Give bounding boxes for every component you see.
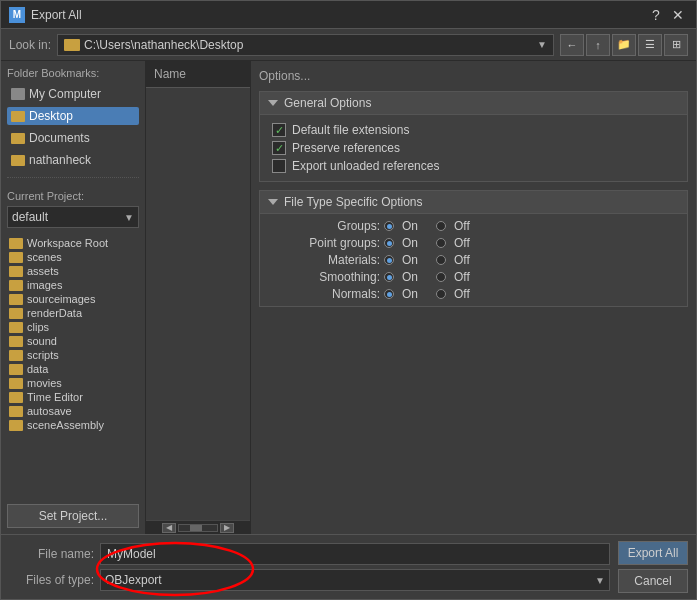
scroll-left-button[interactable]: ◀ <box>162 523 176 533</box>
general-options-label: General Options <box>284 96 371 110</box>
checkbox-row-export-unloaded: Export unloaded references <box>272 157 675 175</box>
bottom-bar: File name: Files of type: OBJexport ▼ Ex… <box>1 534 696 599</box>
window-controls: ? ✕ <box>646 5 688 25</box>
list-item[interactable]: sceneAssembly <box>7 418 139 432</box>
list-item[interactable]: renderData <box>7 306 139 320</box>
default-ext-checkbox[interactable]: ✓ <box>272 123 286 137</box>
checkbox-row-default-ext: ✓ Default file extensions <box>272 121 675 139</box>
scroll-track[interactable] <box>178 524 218 532</box>
materials-on-radio[interactable] <box>384 255 394 265</box>
files-of-type-arrow-icon: ▼ <box>595 575 605 586</box>
horizontal-scrollbar[interactable]: ◀ ▶ <box>146 520 250 534</box>
options-title: Options... <box>259 69 688 83</box>
file-name-label: File name: <box>9 547 94 561</box>
file-name-row: File name: <box>9 543 610 565</box>
project-folder-list: Workspace Root scenes assets images sour… <box>7 236 139 496</box>
folder-icon <box>9 322 23 333</box>
close-button[interactable]: ✕ <box>668 5 688 25</box>
groups-off-radio[interactable] <box>436 221 446 231</box>
bookmark-label-documents: Documents <box>29 131 90 145</box>
preserve-refs-label: Preserve references <box>292 141 400 155</box>
list-item[interactable]: autosave <box>7 404 139 418</box>
list-view-button[interactable]: ☰ <box>638 34 662 56</box>
folder-icon <box>9 406 23 417</box>
list-item[interactable]: scripts <box>7 348 139 362</box>
window-title: Export All <box>31 8 82 22</box>
scroll-right-button[interactable]: ▶ <box>220 523 234 533</box>
collapse-arrow-icon-2[interactable] <box>268 199 278 205</box>
normals-label: Normals: <box>270 287 380 301</box>
set-project-button[interactable]: Set Project... <box>7 504 139 528</box>
sound-folder-label: sound <box>27 335 57 347</box>
scroll-handle[interactable] <box>190 525 201 531</box>
file-name-input[interactable] <box>100 543 610 565</box>
look-in-path: C:\Users\nathanheck\Desktop <box>84 38 243 52</box>
right-panel: Options... General Options ✓ Default fil… <box>251 61 696 534</box>
help-button[interactable]: ? <box>646 5 666 25</box>
smoothing-on-radio[interactable] <box>384 272 394 282</box>
list-item[interactable]: sound <box>7 334 139 348</box>
folder-icon <box>9 364 23 375</box>
export-unloaded-checkbox[interactable] <box>272 159 286 173</box>
bookmark-nathanheck[interactable]: nathanheck <box>7 151 139 169</box>
cancel-button[interactable]: Cancel <box>618 569 688 593</box>
bookmark-desktop[interactable]: Desktop <box>7 107 139 125</box>
detail-view-button[interactable]: ⊞ <box>664 34 688 56</box>
groups-on-radio[interactable] <box>384 221 394 231</box>
project-value: default <box>12 210 48 224</box>
file-list <box>146 88 250 520</box>
bookmark-my-computer[interactable]: My Computer <box>7 85 139 103</box>
list-item[interactable]: scenes <box>7 250 139 264</box>
list-item[interactable]: data <box>7 362 139 376</box>
list-item[interactable]: sourceimages <box>7 292 139 306</box>
nav-up-button[interactable]: ↑ <box>586 34 610 56</box>
normals-on-text: On <box>402 287 432 301</box>
file-type-options-label: File Type Specific Options <box>284 195 423 209</box>
folder-desktop-icon <box>11 111 25 122</box>
files-of-type-combo[interactable]: OBJexport ▼ <box>100 569 610 591</box>
folder-documents-icon <box>11 133 25 144</box>
bookmark-label-nathanheck: nathanheck <box>29 153 91 167</box>
folder-icon <box>9 392 23 403</box>
list-item[interactable]: Workspace Root <box>7 236 139 250</box>
preserve-refs-checkbox[interactable]: ✓ <box>272 141 286 155</box>
groups-off-text: Off <box>454 219 484 233</box>
folder-nathanheck-icon <box>11 155 25 166</box>
bookmark-documents[interactable]: Documents <box>7 129 139 147</box>
groups-on-text: On <box>402 219 432 233</box>
new-folder-button[interactable]: 📁 <box>612 34 636 56</box>
list-item[interactable]: assets <box>7 264 139 278</box>
bottom-rows: File name: Files of type: OBJexport ▼ Ex… <box>9 541 688 593</box>
list-item[interactable]: clips <box>7 320 139 334</box>
normals-on-radio[interactable] <box>384 289 394 299</box>
materials-off-radio[interactable] <box>436 255 446 265</box>
folder-icon <box>9 350 23 361</box>
collapse-arrow-icon[interactable] <box>268 100 278 106</box>
file-list-header: Name <box>146 61 250 88</box>
bookmark-label-desktop: Desktop <box>29 109 73 123</box>
folder-icon <box>9 238 23 249</box>
normals-off-text: Off <box>454 287 484 301</box>
materials-off-text: Off <box>454 253 484 267</box>
smoothing-off-text: Off <box>454 270 484 284</box>
smoothing-off-radio[interactable] <box>436 272 446 282</box>
file-type-options-section: File Type Specific Options Groups: On Of… <box>259 190 688 307</box>
list-item[interactable]: movies <box>7 376 139 390</box>
normals-off-radio[interactable] <box>436 289 446 299</box>
project-combo[interactable]: default ▼ <box>7 206 139 228</box>
toolbar: Look in: C:\Users\nathanheck\Desktop ▼ ←… <box>1 29 696 61</box>
list-item[interactable]: Time Editor <box>7 390 139 404</box>
toolbar-buttons: ← ↑ 📁 ☰ ⊞ <box>560 34 688 56</box>
general-options-section: General Options ✓ Default file extension… <box>259 91 688 182</box>
folder-icon <box>9 336 23 347</box>
point-groups-on-radio[interactable] <box>384 238 394 248</box>
list-item[interactable]: images <box>7 278 139 292</box>
look-in-combo[interactable]: C:\Users\nathanheck\Desktop ▼ <box>57 34 554 56</box>
point-groups-off-radio[interactable] <box>436 238 446 248</box>
nav-back-button[interactable]: ← <box>560 34 584 56</box>
export-all-button[interactable]: Export All <box>618 541 688 565</box>
smoothing-label: Smoothing: <box>270 270 380 284</box>
point-groups-on-text: On <box>402 236 432 250</box>
action-buttons: Export All Cancel <box>618 541 688 593</box>
default-ext-label: Default file extensions <box>292 123 409 137</box>
